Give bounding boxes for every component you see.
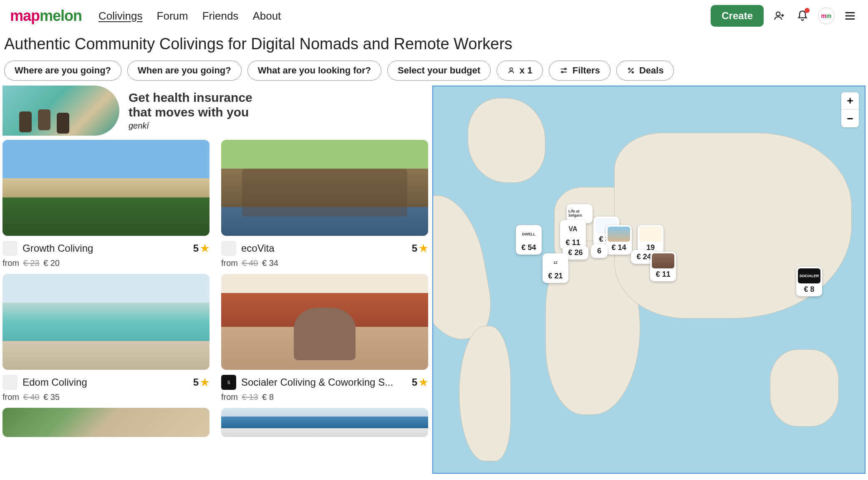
listing-card[interactable]: ecoVita 5★ from € 40 € 34 [221, 140, 428, 268]
map[interactable]: + − Life at Selgars € 34 DWELL € 54 VA €… [432, 86, 865, 474]
filter-filters[interactable]: Filters [549, 61, 611, 81]
star-icon: ★ [200, 243, 209, 254]
star-icon: ★ [200, 376, 209, 388]
svg-point-0 [776, 12, 780, 16]
listing-card[interactable]: Growth Coliving 5★ from € 23 € 20 [3, 140, 209, 268]
zoom-control: + − [841, 92, 859, 127]
page-title: Authentic Community Colivings for Digita… [0, 32, 868, 61]
listing-name: ecoVita [241, 243, 407, 254]
map-marker[interactable]: VA € 11 [560, 220, 586, 250]
listing-card[interactable]: S Socialer Coliving & Coworking S... 5★ … [221, 274, 428, 402]
avatar-m1: m [821, 13, 826, 19]
logo-part-melon: melon [40, 7, 82, 24]
zoom-out-button[interactable]: − [841, 110, 859, 127]
percent-icon [627, 66, 635, 75]
marker-image [608, 227, 630, 242]
listing-image [3, 140, 209, 236]
listing-name: Growth Coliving [23, 243, 188, 254]
nav-forum[interactable]: Forum [157, 10, 188, 23]
listing-logo [3, 241, 18, 256]
listing-image [221, 140, 428, 236]
marker-price: € 8 [802, 284, 816, 295]
header-right: Create mm [711, 5, 858, 27]
listing-image [221, 274, 428, 370]
map-marker[interactable]: 6 [591, 244, 608, 258]
map-marker[interactable]: € 14 [606, 225, 632, 255]
marker-price: € 26 [566, 248, 584, 258]
map-landmass [770, 349, 839, 427]
marker-price: € 11 [654, 269, 672, 280]
map-marker[interactable]: 12 € 21 [542, 253, 568, 283]
listing-rating: 5★ [412, 376, 428, 388]
zoom-in-button[interactable]: + [841, 92, 859, 110]
listing-logo [3, 375, 18, 390]
listing-logo: S [221, 375, 236, 390]
listing-card[interactable] [221, 408, 428, 437]
add-user-icon[interactable] [771, 8, 787, 24]
promo-brand: genkí [129, 121, 252, 131]
nav-about[interactable]: About [252, 10, 281, 23]
map-marker[interactable]: € 11 [650, 252, 676, 281]
promo-banner[interactable]: Get health insurance that moves with you… [3, 86, 428, 136]
listing-image [3, 408, 209, 437]
notifications-icon[interactable] [795, 8, 810, 24]
filter-filters-label: Filters [573, 65, 600, 76]
map-landmass [432, 189, 497, 347]
promo-text-block: Get health insurance that moves with you… [129, 91, 252, 131]
filter-what[interactable]: What are you looking for? [247, 61, 381, 81]
listing-price: from € 13 € 8 [221, 392, 428, 402]
svg-point-2 [565, 68, 566, 70]
marker-price: € 14 [610, 243, 628, 253]
listing-image [221, 408, 428, 437]
nav-colivings[interactable]: Colivings [98, 10, 143, 23]
filter-deals[interactable]: Deals [616, 61, 674, 81]
promo-line2: that moves with you [129, 105, 252, 120]
marker-label: 12 [544, 255, 567, 270]
listing-header-row: S Socialer Coliving & Coworking S... 5★ [221, 375, 428, 390]
logo[interactable]: mapmelon [10, 7, 82, 25]
marker-price: € 54 [520, 243, 537, 253]
filter-when[interactable]: When are you going? [127, 61, 242, 81]
marker-image [639, 227, 662, 242]
avatar-m2: m [826, 13, 831, 19]
listing-price: from € 23 € 20 [3, 258, 209, 268]
star-icon: ★ [419, 376, 428, 388]
menu-icon[interactable] [842, 8, 858, 24]
svg-point-4 [628, 68, 630, 69]
filter-budget[interactable]: Select your budget [387, 61, 491, 81]
avatar[interactable]: mm [818, 8, 835, 24]
listing-header-row: Growth Coliving 5★ [3, 241, 209, 256]
map-landmass [459, 326, 511, 461]
marker-price: € 21 [546, 271, 564, 281]
create-button[interactable]: Create [711, 5, 764, 27]
filter-bar: Where are you going? When are you going?… [0, 61, 868, 86]
logo-part-map: map [10, 7, 40, 24]
notification-dot [805, 8, 810, 13]
listing-logo [221, 241, 236, 256]
marker-label: VA [562, 222, 584, 237]
marker-price: 6 [595, 246, 603, 256]
sliders-icon [559, 66, 568, 75]
map-marker[interactable]: DWELL € 54 [516, 225, 542, 255]
listings-column: Get health insurance that moves with you… [3, 86, 428, 474]
filter-where[interactable]: Where are you going? [4, 61, 121, 81]
listing-price: from € 40 € 34 [221, 258, 428, 268]
nav-friends[interactable]: Friends [202, 10, 239, 23]
map-marker[interactable]: SOCIALER € 8 [796, 267, 822, 296]
header: mapmelon Colivings Forum Friends About C… [0, 0, 868, 32]
listing-name: Edom Coliving [23, 376, 188, 388]
map-landmass [468, 98, 545, 183]
filter-guests[interactable]: x 1 [497, 61, 543, 81]
listings-grid: Growth Coliving 5★ from € 23 € 20 ecoVit… [3, 140, 428, 437]
listing-image [3, 274, 209, 370]
person-icon [507, 66, 515, 75]
listing-rating: 5★ [193, 243, 209, 254]
content: Get health insurance that moves with you… [0, 86, 868, 474]
nav: Colivings Forum Friends About [98, 10, 281, 23]
star-icon: ★ [419, 243, 428, 254]
svg-point-5 [632, 72, 633, 73]
listing-card[interactable]: Edom Coliving 5★ from € 40 € 35 [3, 274, 209, 402]
listing-card[interactable] [3, 408, 209, 437]
marker-label: SOCIALER [798, 268, 820, 283]
filter-guests-label: x 1 [520, 65, 532, 76]
